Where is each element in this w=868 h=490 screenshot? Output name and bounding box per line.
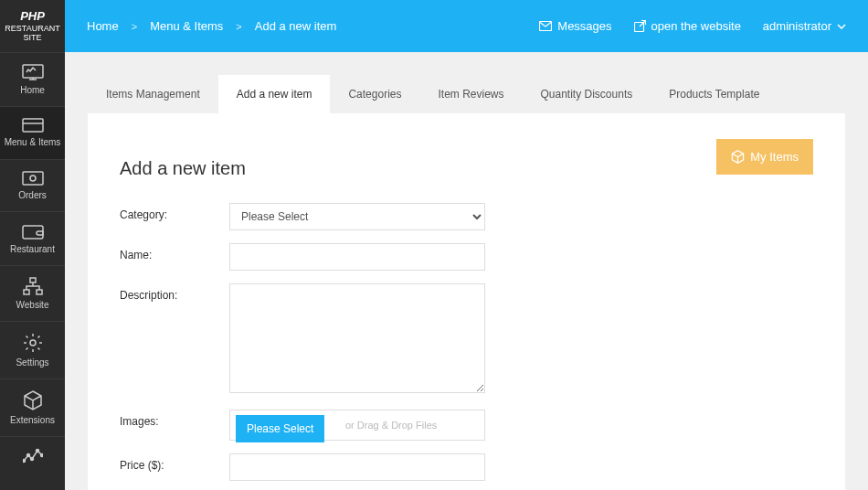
sidebar-item-home[interactable]: Home (0, 52, 65, 106)
upload-dropzone[interactable]: Please Select or Drag & Drop Files (229, 410, 485, 441)
breadcrumb: Home > Menu & Items > Add a new item (87, 19, 336, 33)
messages-label: Messages (557, 19, 611, 33)
svg-point-11 (26, 454, 29, 457)
panel: My Items Add a new item Category: Please… (88, 113, 845, 490)
category-label: Category: (120, 203, 229, 221)
sidebar-item-orders[interactable]: Orders (0, 159, 65, 211)
row-images: Images: Please Select or Drag & Drop Fil… (120, 410, 813, 441)
svg-point-14 (40, 454, 43, 457)
sidebar-item-label: Orders (18, 190, 47, 200)
row-price: Price ($): (120, 453, 813, 481)
open-website-link[interactable]: open the website (634, 19, 741, 33)
svg-rect-0 (23, 65, 43, 78)
sidebar: PHP RESTAURANT SITE Home Menu & Items Or… (0, 0, 65, 490)
logo: PHP RESTAURANT SITE (0, 0, 65, 52)
tab-products-template[interactable]: Products Template (651, 75, 778, 113)
chevron-down-icon (837, 24, 846, 29)
row-description: Description: (120, 283, 813, 397)
tab-item-reviews[interactable]: Item Reviews (419, 75, 522, 113)
logo-line2: SITE (5, 33, 60, 43)
sidebar-item-analytics[interactable] (0, 436, 65, 469)
price-input[interactable] (229, 453, 485, 481)
category-select[interactable]: Please Select (229, 203, 485, 230)
svg-rect-1 (23, 119, 43, 132)
wallet-icon (22, 223, 44, 240)
row-category: Category: Please Select (120, 203, 813, 230)
svg-rect-7 (24, 290, 29, 294)
tabs: Items Management Add a new item Categori… (88, 75, 845, 113)
sidebar-item-label: Home (20, 85, 45, 95)
mail-icon (539, 21, 552, 31)
tab-add-new-item[interactable]: Add a new item (218, 75, 331, 113)
svg-point-4 (30, 176, 36, 181)
tab-items-management[interactable]: Items Management (88, 75, 218, 113)
money-icon (22, 171, 44, 186)
logo-brand: PHP (5, 9, 60, 24)
breadcrumb-current: Add a new item (255, 19, 337, 33)
description-textarea[interactable] (229, 283, 485, 393)
sitemap-icon (23, 277, 43, 295)
sidebar-item-label: Website (16, 300, 49, 310)
sidebar-item-restaurant[interactable]: Restaurant (0, 211, 65, 265)
sidebar-item-menu[interactable]: Menu & Items (0, 106, 65, 159)
images-label: Images: (120, 410, 229, 428)
sidebar-item-label: Settings (16, 357, 48, 368)
breadcrumb-sep: > (236, 21, 241, 32)
upload-hint: or Drag & Drop Files (345, 420, 437, 431)
cube-icon (731, 150, 745, 164)
cube-icon (23, 390, 43, 410)
price-label: Price ($): (120, 453, 229, 472)
user-label: administrator (763, 19, 831, 33)
svg-point-13 (36, 450, 38, 453)
svg-rect-5 (23, 226, 43, 239)
sidebar-item-label: Extensions (10, 415, 55, 425)
name-input[interactable] (229, 243, 485, 271)
page-wrap: Items Management Add a new item Categori… (65, 52, 868, 490)
breadcrumb-section[interactable]: Menu & Items (150, 19, 223, 33)
row-name: Name: (120, 243, 813, 271)
description-label: Description: (120, 283, 229, 302)
svg-rect-6 (30, 278, 36, 282)
open-website-label: open the website (651, 19, 741, 33)
sidebar-item-label: Menu & Items (5, 137, 61, 148)
svg-point-10 (23, 460, 26, 463)
logo-line1: RESTAURANT (5, 24, 60, 34)
sidebar-item-label: Restaurant (10, 244, 55, 254)
sidebar-item-extensions[interactable]: Extensions (0, 378, 65, 436)
gear-icon (23, 333, 43, 353)
svg-point-9 (30, 340, 36, 346)
page-title: Add a new item (120, 158, 813, 179)
monitor-icon (22, 64, 44, 80)
upload-select-button[interactable]: Please Select (236, 415, 324, 442)
sidebar-item-settings[interactable]: Settings (0, 321, 65, 378)
tab-categories[interactable]: Categories (330, 75, 419, 113)
external-icon (634, 20, 646, 32)
svg-rect-8 (37, 290, 42, 294)
content: Items Management Add a new item Categori… (65, 0, 868, 490)
my-items-button[interactable]: My Items (716, 139, 813, 175)
messages-link[interactable]: Messages (539, 19, 611, 33)
sidebar-item-website[interactable]: Website (0, 265, 65, 321)
name-label: Name: (120, 243, 229, 261)
graph-icon (23, 448, 43, 464)
user-menu[interactable]: administrator (763, 19, 846, 33)
header: Home > Menu & Items > Add a new item Mes… (65, 0, 868, 52)
svg-point-12 (30, 458, 33, 461)
card-icon (22, 118, 44, 133)
header-right: Messages open the website administrator (539, 19, 846, 33)
breadcrumb-home[interactable]: Home (87, 19, 119, 33)
my-items-label: My Items (750, 150, 799, 164)
breadcrumb-sep: > (132, 21, 137, 32)
svg-rect-3 (23, 172, 43, 185)
tab-quantity-discounts[interactable]: Quantity Discounts (523, 75, 651, 113)
